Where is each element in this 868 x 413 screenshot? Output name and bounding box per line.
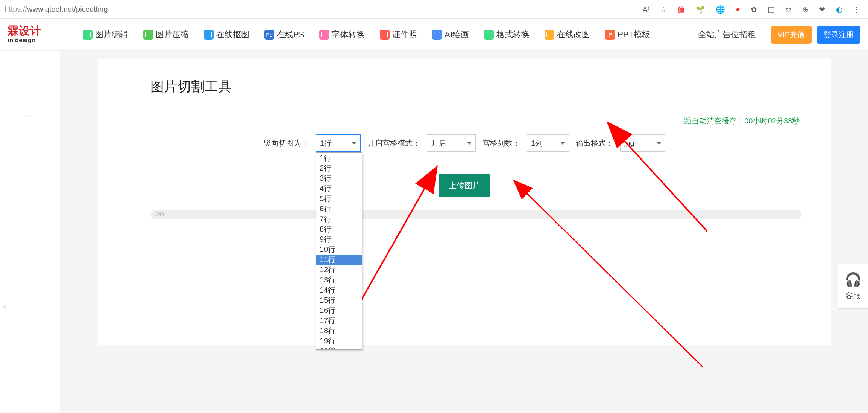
rows-option-14[interactable]: 15行 xyxy=(316,295,362,305)
extension-icon-2[interactable]: 🌱 xyxy=(696,5,705,14)
split-screen-icon[interactable]: ◫ xyxy=(768,5,775,14)
cache-countdown: 距自动清空缓存：00小时02分33秒 xyxy=(684,116,800,126)
nav-item-0[interactable]: 图片编辑 xyxy=(83,29,128,40)
rows-dropdown[interactable]: 1行2行3行4行5行6行7行8行9行10行11行12行13行14行15行16行1… xyxy=(316,152,362,350)
nav-icon xyxy=(83,30,93,40)
rows-select[interactable]: 1行 1行2行3行4行5行6行7行8行9行10行11行12行13行14行15行1… xyxy=(316,134,361,152)
extension-icon-4[interactable]: ● xyxy=(736,5,740,14)
svg-rect-7 xyxy=(546,32,552,37)
svg-rect-4 xyxy=(382,32,388,37)
cols-label: 宫格列数： xyxy=(483,138,520,148)
favorite-icon[interactable]: ☆ xyxy=(660,5,667,14)
svg-line-11 xyxy=(514,181,703,367)
site-logo[interactable]: 霖设计 in design xyxy=(8,25,53,44)
rows-option-6[interactable]: 7行 xyxy=(316,214,362,224)
extension-icon-6[interactable]: ❤ xyxy=(819,5,826,14)
svg-rect-3 xyxy=(321,32,327,37)
nav-item-label: 在线PS xyxy=(277,29,304,40)
svg-rect-1 xyxy=(145,32,151,37)
format-label: 输出格式： xyxy=(576,138,613,148)
progress-bar: 0% xyxy=(150,210,801,219)
browser-toolbar-icons: A⁾ ☆ ▩ 🌱 🌐 ● ✿ ◫ ✩ ⊕ ❤ ◐ ⋮ xyxy=(643,5,865,14)
nav-item-3[interactable]: Ps在线PS xyxy=(264,29,304,40)
divider xyxy=(150,109,801,109)
rows-option-0[interactable]: 1行 xyxy=(316,153,362,163)
rows-option-15[interactable]: 16行 xyxy=(316,305,362,315)
rows-option-11[interactable]: 12行 xyxy=(316,265,362,275)
tool-card: 图片切割工具 距自动清空缓存：00小时02分33秒 竖向切图为： 1行 1行2行… xyxy=(98,59,831,345)
chevron-down-icon xyxy=(560,142,565,145)
more-icon[interactable]: ⋮ xyxy=(853,5,860,14)
nav-item-label: PPT模板 xyxy=(618,29,650,40)
rows-option-9[interactable]: 10行 xyxy=(316,244,362,255)
rows-option-1[interactable]: 2行 xyxy=(316,163,362,173)
rows-option-8[interactable]: 9行 xyxy=(316,234,362,244)
annotation-arrow-2 xyxy=(508,175,707,371)
rows-option-3[interactable]: 4行 xyxy=(316,183,362,194)
rows-option-5[interactable]: 6行 xyxy=(316,204,362,214)
main-content: 图片切割工具 距自动清空缓存：00小时02分33秒 竖向切图为： 1行 1行2行… xyxy=(60,51,868,413)
rows-option-16[interactable]: 17行 xyxy=(316,315,362,326)
upload-image-button[interactable]: 上传图片 xyxy=(439,174,490,197)
nav-item-label: 图片编辑 xyxy=(95,29,128,40)
nav-icon xyxy=(143,30,153,40)
nav-item-7[interactable]: 格式转换 xyxy=(484,29,530,40)
login-register-button[interactable]: 登录注册 xyxy=(817,26,860,44)
url-display[interactable]: https://www.qtool.net/piccutting xyxy=(3,5,643,14)
extension-icon-1[interactable]: ▩ xyxy=(677,5,685,14)
rows-option-13[interactable]: 14行 xyxy=(316,285,362,295)
nav-item-5[interactable]: 证件照 xyxy=(380,29,417,40)
rows-option-19[interactable]: 20行 xyxy=(316,346,362,350)
rows-option-4[interactable]: 5行 xyxy=(316,194,362,204)
nav-item-label: 在线抠图 xyxy=(216,29,249,40)
extension-icon-3[interactable]: 🌐 xyxy=(716,5,725,14)
svg-rect-6 xyxy=(486,32,492,37)
left-sidebar: ︿ xyxy=(0,51,60,413)
nav-icon xyxy=(432,30,442,40)
rows-option-18[interactable]: 19行 xyxy=(316,336,362,346)
customer-service-float[interactable]: 🎧 客服 xyxy=(838,264,868,309)
site-top-nav: 霖设计 in design 图片编辑图片压缩在线抠图Ps在线PS字体转换证件照A… xyxy=(0,19,868,51)
browser-address-bar: https://www.qtool.net/piccutting A⁾ ☆ ▩ … xyxy=(0,0,868,19)
nav-item-6[interactable]: AI绘画 xyxy=(432,29,469,40)
nav-items: 图片编辑图片压缩在线抠图Ps在线PS字体转换证件照AI绘画格式转换在线改图PPP… xyxy=(83,29,698,40)
rows-option-10[interactable]: 11行 xyxy=(316,255,362,265)
collections-icon[interactable]: ✩ xyxy=(785,5,792,14)
cols-select[interactable]: 1列 xyxy=(527,134,569,152)
progress-text: 0% xyxy=(156,211,164,217)
svg-rect-0 xyxy=(85,32,91,37)
extensions-menu-icon[interactable]: ✿ xyxy=(751,5,757,14)
vip-recharge-button[interactable]: VIP充值 xyxy=(771,26,812,44)
controls-row: 竖向切图为： 1行 1行2行3行4行5行6行7行8行9行10行11行12行13行… xyxy=(128,134,801,152)
rows-option-7[interactable]: 8行 xyxy=(316,224,362,234)
rows-option-2[interactable]: 3行 xyxy=(316,173,362,183)
chevron-down-icon xyxy=(657,142,661,145)
profile-icon[interactable]: ◐ xyxy=(836,5,842,14)
grid-mode-select[interactable]: 开启 xyxy=(427,134,476,152)
collapse-chevron-icon[interactable]: ︿ xyxy=(27,111,33,413)
nav-item-label: AI绘画 xyxy=(445,29,469,40)
nav-icon xyxy=(204,30,214,40)
svg-rect-5 xyxy=(434,32,440,37)
nav-icon xyxy=(380,30,390,40)
nav-item-label: 格式转换 xyxy=(496,29,530,40)
read-aloud-icon[interactable]: A⁾ xyxy=(643,5,649,14)
sidebar-tiny-text: 反 xyxy=(3,304,7,309)
nav-item-9[interactable]: PPPT模板 xyxy=(605,29,650,40)
rows-option-12[interactable]: 13行 xyxy=(316,275,362,285)
nav-item-4[interactable]: 字体转换 xyxy=(319,29,365,40)
nav-item-1[interactable]: 图片压缩 xyxy=(143,29,189,40)
rows-option-17[interactable]: 18行 xyxy=(316,326,362,336)
ad-link[interactable]: 全站广告位招租 xyxy=(698,29,756,40)
nav-item-8[interactable]: 在线改图 xyxy=(545,29,590,40)
rows-label: 竖向切图为： xyxy=(264,138,309,148)
nav-item-label: 字体转换 xyxy=(332,29,365,40)
nav-item-2[interactable]: 在线抠图 xyxy=(204,29,249,40)
page-title: 图片切割工具 xyxy=(150,78,801,96)
nav-icon xyxy=(319,30,329,40)
extension-icon-5[interactable]: ⊕ xyxy=(802,5,809,14)
nav-icon xyxy=(484,30,494,40)
grid-mode-label: 开启宫格模式： xyxy=(367,138,420,148)
format-select[interactable]: jpg xyxy=(620,134,665,152)
nav-item-label: 在线改图 xyxy=(557,29,590,40)
